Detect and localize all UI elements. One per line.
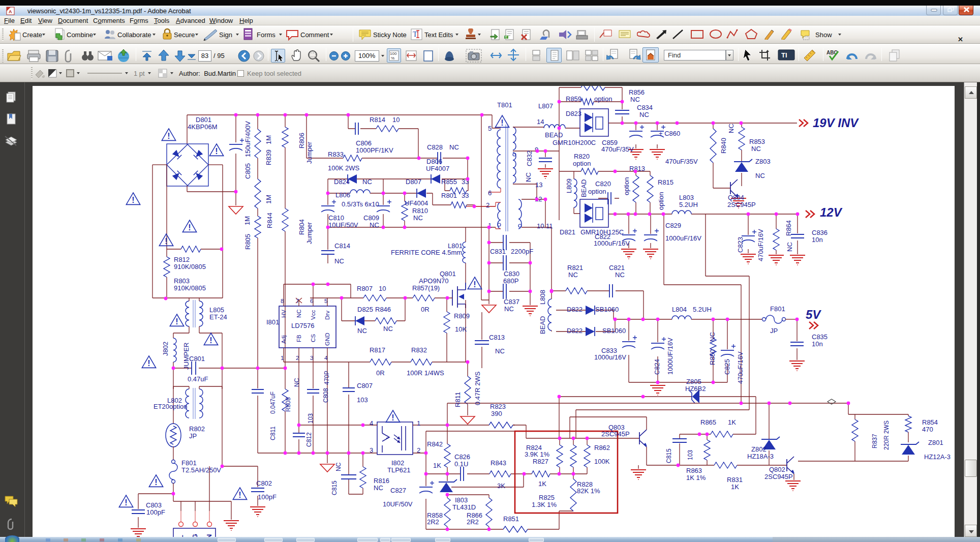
svg-text:Jumper: Jumper [305,222,313,244]
svg-text:!: ! [188,223,191,232]
svg-text:470: 470 [922,426,933,433]
svg-text:10.11: 10.11 [537,222,553,230]
svg-text:10n: 10n [812,340,823,348]
svg-text:C828: C828 [427,143,443,151]
svg-text:Drv: Drv [324,311,330,320]
svg-text:3.9K 1%: 3.9K 1% [525,450,550,458]
svg-text:L804: L804 [672,306,687,313]
svg-text:Z801: Z801 [928,439,943,446]
svg-text:NC: NC [639,111,649,118]
svg-text:%: % [391,56,394,61]
svg-text:Jumper: Jumper [305,141,313,164]
svg-text:SB1060: SB1060 [602,327,626,335]
svg-text:NC: NC [727,124,735,133]
svg-text:1000u/16V: 1000u/16V [594,353,626,361]
svg-text:D822: D822 [567,306,583,313]
svg-text:6: 6 [488,189,492,197]
svg-text:150uF/400V: 150uF/400V [244,121,252,157]
svg-text:100pF: 100pF [258,493,277,501]
svg-text:BEAD: BEAD [580,179,588,197]
svg-text:R820: R820 [574,153,590,160]
svg-text:3: 3 [310,355,313,361]
svg-text:1000PF/1KV: 1000PF/1KV [356,146,393,154]
svg-text:R856: R856 [629,88,645,96]
svg-text:D807: D807 [406,178,421,186]
svg-text:L809: L809 [565,178,573,193]
svg-text:UF4004: UF4004 [405,199,428,207]
svg-text:NC: NC [362,178,372,186]
svg-text:ET20option: ET20option [154,403,188,410]
svg-text:8: 8 [281,298,284,304]
svg-text:Q801: Q801 [440,270,456,278]
svg-text:R809: R809 [454,312,470,320]
svg-text:R816: R816 [374,477,389,485]
svg-text:T2.5AH/250V: T2.5AH/250V [181,466,221,474]
svg-text:680P: 680P [503,277,518,285]
svg-text:R855: R855 [441,178,457,186]
svg-text:C834: C834 [637,104,653,111]
svg-text:option: option [588,188,606,195]
svg-text:R843: R843 [491,459,506,467]
svg-text:R837: R837 [871,434,878,448]
svg-text:A: A [9,9,12,14]
svg-text:R802: R802 [189,425,205,433]
svg-text:D801: D801 [196,116,211,124]
svg-text:NC: NC [413,214,423,222]
svg-text:C830: C830 [504,270,519,278]
svg-text:!: ! [155,478,157,487]
svg-text:J802: J802 [162,342,169,356]
svg-text:10K: 10K [455,325,467,333]
svg-text:I803: I803 [455,496,468,504]
svg-text:R827: R827 [533,458,548,465]
svg-text:JP: JP [189,432,197,440]
svg-text:SB1060: SB1060 [595,306,619,313]
svg-text:3K: 3K [497,482,505,490]
svg-text:F801: F801 [181,459,197,467]
svg-text:CS: CS [310,334,316,342]
svg-text:1.3K 1%: 1.3K 1% [532,501,557,508]
svg-text:2R2: 2R2 [427,518,439,526]
svg-text:1000uF/16V: 1000uF/16V [594,239,630,247]
svg-text:!: ! [165,237,167,246]
svg-text:5V: 5V [806,308,821,321]
svg-text:R851: R851 [503,515,519,523]
svg-text:R805: R805 [244,234,252,250]
svg-text:C815: C815 [331,480,338,495]
svg-text:option: option [573,160,591,167]
svg-text:C821: C821 [609,264,625,272]
svg-text:!: ! [132,196,134,204]
svg-text:!: ! [167,132,170,140]
svg-text:100R 1/4WS: 100R 1/4WS [407,369,444,377]
svg-text:C811: C811 [269,426,277,440]
svg-text:+ C860: + C860 [659,130,680,137]
svg-text:0R: 0R [376,369,385,377]
svg-text:NC: NC [709,332,716,342]
svg-text:7: 7 [296,298,299,304]
svg-text:NC: NC [357,327,367,335]
svg-text:C832: C832 [526,150,533,166]
svg-text:R844: R844 [266,213,273,228]
svg-text:C835: C835 [812,333,828,341]
svg-text:R864: R864 [785,220,792,236]
svg-text:!: ! [238,491,241,499]
svg-text:NC: NC [495,347,505,355]
svg-text:R817: R817 [370,346,385,354]
svg-text:D825: D825 [357,306,373,313]
svg-text:470P: 470P [323,371,330,385]
svg-text:NC: NC [293,378,300,387]
svg-text:R807: R807 [357,285,373,292]
svg-text:100K 2WS: 100K 2WS [328,164,359,172]
svg-text:NC: NC [525,172,532,182]
svg-text:R825: R825 [539,494,555,501]
svg-text:R842: R842 [427,440,443,448]
svg-text:4: 4 [324,355,328,361]
svg-text:1: 1 [281,355,284,361]
svg-text:LD7576: LD7576 [291,322,315,329]
svg-text:C837: C837 [504,298,519,306]
svg-text:!: ! [209,336,212,345]
svg-text:R806: R806 [298,133,305,148]
svg-text:R808: R808 [285,397,292,412]
svg-text:C813: C813 [489,334,505,341]
svg-text:0.1U: 0.1U [454,460,468,468]
svg-text:Z805: Z805 [686,378,701,385]
